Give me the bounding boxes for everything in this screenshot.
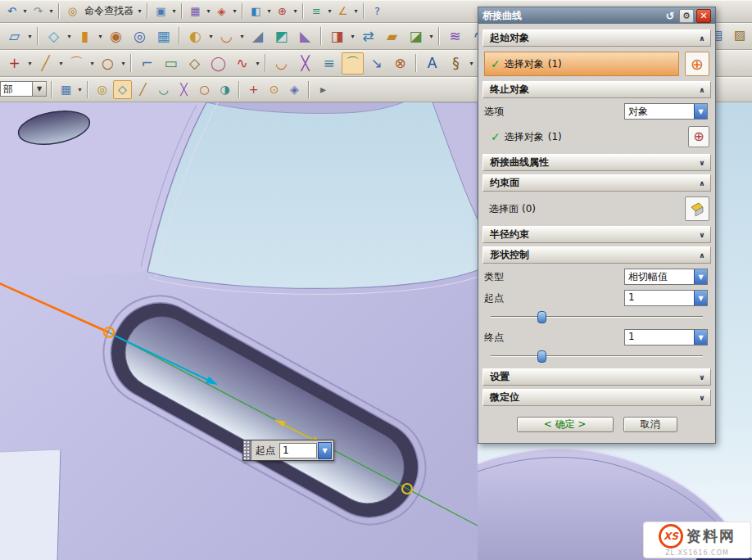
snap-point-on-curve-icon[interactable]: ⊙	[265, 80, 283, 99]
section-shape-control[interactable]: 形状控制 ∧	[482, 246, 711, 264]
chevron-up-icon[interactable]: ∧	[695, 34, 709, 43]
start-magnitude-input[interactable]: 1 ▼	[624, 290, 708, 306]
start-object-pick-button[interactable]: ⊕	[685, 52, 709, 76]
through-curves-icon[interactable]: ≋	[444, 25, 466, 47]
section-constraint-face[interactable]: 约束面 ∧	[482, 174, 711, 192]
snap-mid-point-icon[interactable]: ◡	[154, 80, 173, 99]
drag-grip-icon[interactable]	[243, 440, 251, 460]
selection-scope-dropdown[interactable]: 部 ▼	[0, 81, 47, 97]
pattern-feature-icon[interactable]: ▦	[152, 25, 174, 47]
start-slider-handle[interactable]	[537, 311, 546, 323]
chevron-down-icon[interactable]: ∨	[695, 159, 709, 167]
trim-curve-icon[interactable]: ╳	[294, 52, 316, 75]
intersection-curve-icon[interactable]: ⊗	[389, 52, 411, 75]
dialog-titlebar[interactable]: 桥接曲线 ↺ ⚙ ✕	[478, 7, 715, 24]
trim-body-dropdown-arrow[interactable]: ▾	[349, 33, 356, 40]
chevron-up-icon[interactable]: ∧	[695, 179, 709, 187]
bridge-curve-icon[interactable]: ⌒	[342, 52, 364, 75]
hole-icon[interactable]: ◎	[129, 25, 151, 47]
snap-point-toggle-icon[interactable]: ◇	[113, 80, 132, 99]
chevron-down-icon[interactable]: ▼	[694, 104, 707, 119]
face-pick-button[interactable]	[685, 196, 709, 221]
move-face-icon[interactable]: ⇄	[357, 25, 379, 47]
end-magnitude-value[interactable]: 1	[625, 330, 694, 345]
line-icon[interactable]: ╱	[34, 52, 57, 75]
end-option-combo[interactable]: 对象 ▼	[624, 103, 708, 120]
chevron-up-icon[interactable]: ∧	[695, 86, 709, 94]
sketch-icon[interactable]: ▱	[3, 25, 25, 47]
sync-modeling-dropdown-arrow[interactable]: ▾	[428, 33, 435, 40]
studio-spline-icon[interactable]: ∿	[231, 52, 253, 75]
ellipse-icon[interactable]: ◯	[207, 52, 229, 75]
chevron-down-icon[interactable]: ∨	[695, 373, 709, 382]
chevron-down-icon[interactable]: ∨	[695, 394, 709, 402]
edge-blend-icon[interactable]: ◡	[215, 25, 238, 47]
part-bottom-left-face[interactable]	[0, 449, 61, 560]
reset-icon[interactable]: ↺	[664, 10, 677, 22]
helix-icon[interactable]: §	[445, 52, 467, 75]
selection-filter-dropdown-arrow[interactable]: ▾	[205, 7, 212, 15]
end-object-pick-button[interactable]: ⊕	[688, 126, 709, 147]
snap-existing-point-icon[interactable]: +	[244, 80, 263, 99]
chevron-down-icon[interactable]: ▼	[33, 81, 47, 97]
extrude-icon[interactable]: ▮	[74, 25, 96, 47]
redo-dropdown-arrow[interactable]: ▾	[48, 7, 55, 15]
section-micro-positioning[interactable]: 微定位 ∨	[482, 389, 711, 406]
datum-plane-icon[interactable]: ◇	[43, 25, 65, 47]
studio-spline-dropdown-arrow[interactable]: ▾	[254, 60, 261, 67]
snap-quadrant-icon[interactable]: ◑	[215, 80, 234, 99]
polygon-icon[interactable]: ◇	[183, 52, 206, 75]
selection-filter-icon[interactable]: ▦	[187, 2, 204, 20]
snap-intersection-icon[interactable]: ╳	[174, 80, 193, 99]
chevron-down-icon[interactable]: ▼	[318, 442, 332, 459]
rectangle-icon[interactable]: ▭	[160, 52, 182, 75]
datum-csys-icon[interactable]: ⊕	[274, 2, 291, 20]
unite-dropdown-arrow[interactable]: ▾	[207, 33, 215, 40]
mini-start-value-input[interactable]: 1	[279, 443, 317, 458]
selection-more-icon[interactable]: ▸	[314, 80, 333, 99]
end-magnitude-input[interactable]: 1 ▼	[624, 329, 708, 345]
work-layer-icon[interactable]: ≡	[308, 2, 325, 20]
touch-mode-dropdown-arrow[interactable]: ▾	[170, 7, 178, 15]
dialog-settings-gear-icon[interactable]: ⚙	[679, 9, 694, 23]
undo-icon[interactable]: ↶	[3, 2, 20, 20]
datum-csys-dropdown-arrow[interactable]: ▾	[292, 7, 299, 15]
chamfer-icon[interactable]: ◢	[247, 25, 269, 47]
line-dropdown-arrow[interactable]: ▾	[57, 60, 65, 67]
shape-type-combo[interactable]: 相切幅值 ▼	[624, 269, 708, 285]
snap-arc-center-icon[interactable]: ○	[195, 80, 214, 99]
measure-icon[interactable]: ∠	[334, 2, 351, 20]
section-end-object[interactable]: 终止对象 ∧	[482, 81, 711, 98]
chevron-down-icon[interactable]: ▼	[694, 330, 707, 345]
selection-scope-value[interactable]: 部	[0, 81, 33, 97]
view-window-icon[interactable]: ◧	[247, 2, 265, 20]
section-settings[interactable]: 设置 ∨	[482, 368, 711, 386]
ok-button[interactable]: < 确定 >	[517, 417, 614, 432]
end-magnitude-slider[interactable]	[491, 350, 703, 362]
revolve-icon[interactable]: ◉	[105, 25, 127, 47]
end-slider-handle[interactable]	[537, 350, 546, 363]
work-layer-dropdown-arrow[interactable]: ▾	[326, 7, 333, 15]
command-finder-label[interactable]: 命令查找器	[84, 4, 134, 18]
chevron-down-icon[interactable]: ▼	[694, 291, 707, 305]
shell-icon[interactable]: ◩	[270, 25, 292, 47]
section-radius-constraint[interactable]: 半径约束 ∨	[482, 226, 711, 243]
redo-icon[interactable]: ↷	[29, 2, 47, 20]
onscreen-input-box[interactable]: 起点 1 ▼	[242, 440, 334, 461]
extrude-dropdown-arrow[interactable]: ▾	[97, 33, 104, 40]
circle-icon[interactable]: ○	[97, 52, 119, 75]
trim-body-icon[interactable]: ◨	[326, 25, 348, 47]
edge-blend-dropdown-arrow[interactable]: ▾	[238, 33, 246, 40]
start-magnitude-slider[interactable]	[491, 311, 703, 323]
highlight-icon[interactable]: ◎	[93, 80, 111, 99]
section-start-object[interactable]: 起始对象 ∧	[482, 29, 711, 47]
arc-dropdown-arrow[interactable]: ▾	[88, 60, 96, 67]
circle-dropdown-arrow[interactable]: ▾	[120, 60, 127, 67]
draft-icon[interactable]: ◣	[294, 25, 316, 47]
datum-plane-dropdown-arrow[interactable]: ▾	[66, 33, 73, 40]
general-selection-icon[interactable]: ▦	[57, 80, 75, 99]
unite-icon[interactable]: ◐	[184, 25, 206, 47]
help-icon[interactable]: ?	[369, 2, 386, 20]
sketch-dropdown-arrow[interactable]: ▾	[26, 33, 34, 40]
fillet-icon[interactable]: ◡	[270, 52, 292, 75]
